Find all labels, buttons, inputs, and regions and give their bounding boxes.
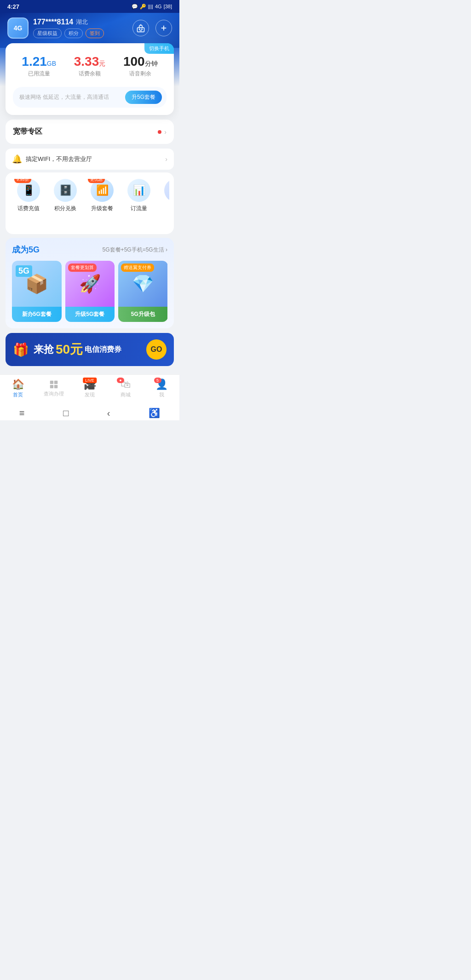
nav-item-query[interactable]: 查询办理 bbox=[36, 379, 72, 397]
tag-points[interactable]: 积分 bbox=[64, 29, 83, 38]
more-value-badge: 套餐更划算 bbox=[68, 264, 97, 272]
notif-left: 🔔 搞定WIFI，不用去营业厅 bbox=[12, 154, 92, 164]
data-order-icon: 📊 bbox=[133, 184, 145, 196]
menu-button[interactable]: ≡ bbox=[19, 408, 25, 418]
svg-rect-0 bbox=[138, 28, 144, 32]
data-value: 1.21GB bbox=[22, 54, 56, 69]
tag-signin[interactable]: 签到 bbox=[86, 29, 104, 38]
data-usage: 1.21GB 已用流量 bbox=[22, 54, 56, 78]
service-label-upgrade: 升级套餐 bbox=[91, 205, 113, 212]
robot-button[interactable] bbox=[132, 20, 149, 36]
signal-icon: |||| bbox=[148, 4, 153, 9]
data-icon-bg: 📊 bbox=[127, 179, 150, 202]
cards-5g-row: 📦 5G 新办5G套餐 套餐更划算 🚀 升级5G套餐 赠送翼支付券 💎 5G升级… bbox=[12, 261, 167, 322]
spacer bbox=[0, 371, 179, 374]
section-5g: 成为5G 5G套餐+5G手机=5G生活 › 📦 5G 新办5G套餐 套餐更划算 … bbox=[6, 238, 174, 328]
bottom-nav: 🏠 首页 查询办理 🎥 LIVE 发现 🛍 ● 商城 👤 5 我 bbox=[0, 374, 179, 404]
wechat-icon: 💬 bbox=[132, 4, 138, 10]
section-5g-subtitle[interactable]: 5G套餐+5G手机=5G生活 › bbox=[103, 246, 167, 254]
nav-item-me[interactable]: 👤 5 我 bbox=[144, 378, 179, 398]
user-phone: 177****8114 bbox=[33, 18, 73, 26]
battery-icon: [38] bbox=[164, 4, 172, 9]
service-item-points[interactable]: 🗄️ 积分兑换 bbox=[47, 179, 84, 228]
coupon-go-button[interactable]: GO bbox=[146, 339, 167, 360]
hero-header: 4G 177****8114 湖北 星级权益 积分 签到 bbox=[0, 13, 179, 48]
accessibility-button[interactable]: ♿ bbox=[149, 407, 160, 418]
nav-item-shop[interactable]: 🛍 ● 商城 bbox=[108, 378, 144, 398]
card-5g-pack[interactable]: 赠送翼支付券 💎 5G升级包 bbox=[118, 261, 167, 322]
nav-label-shop: 商城 bbox=[121, 391, 131, 398]
upgrade-5g-bar: 极速网络 低延迟，大流量，高清通话 升5G套餐 bbox=[13, 87, 167, 108]
broadband-section[interactable]: 宽带专区 › bbox=[6, 120, 174, 144]
card-5g-new-image: 📦 5G bbox=[12, 261, 62, 307]
nav-item-discover[interactable]: 🎥 LIVE 发现 bbox=[72, 378, 108, 398]
service-item-more[interactable] bbox=[157, 179, 169, 228]
upgrade-5g-text: 极速网络 低延迟，大流量，高清通话 bbox=[19, 93, 109, 101]
user-info: 177****8114 湖北 星级权益 积分 签到 bbox=[33, 18, 104, 38]
points-icon: 🗄️ bbox=[59, 184, 72, 196]
card-5g-upgrade-image: 套餐更划算 🚀 bbox=[65, 261, 115, 307]
chevron-right-icon: › bbox=[165, 155, 167, 163]
svg-rect-9 bbox=[50, 381, 53, 384]
service-label-points: 积分兑换 bbox=[54, 205, 76, 212]
notification-bar[interactable]: 🔔 搞定WIFI，不用去营业厅 › bbox=[6, 149, 174, 170]
usage-row: 1.21GB 已用流量 3.33元 话费余额 100分钟 语音剩余 bbox=[13, 51, 167, 85]
broadband-title: 宽带专区 bbox=[13, 127, 42, 137]
voice-label: 语音剩余 bbox=[123, 70, 158, 78]
home-button[interactable]: □ bbox=[63, 408, 69, 418]
voice-usage: 100分钟 语音剩余 bbox=[123, 54, 158, 78]
query-icon bbox=[49, 379, 59, 390]
notif-text: 搞定WIFI，不用去营业厅 bbox=[26, 155, 92, 163]
card-5g-upgrade[interactable]: 套餐更划算 🚀 升级5G套餐 bbox=[65, 261, 115, 322]
upgrade-5g-button[interactable]: 升5G套餐 bbox=[125, 91, 162, 104]
chevron-right-5g: › bbox=[166, 246, 167, 253]
system-nav: ≡ □ ‹ ♿ bbox=[0, 404, 179, 420]
dot-indicator bbox=[158, 130, 161, 134]
coupon-content: 🎁 来抢 50元 电信消费券 bbox=[13, 341, 121, 358]
status-bar: 4:27 💬 🔑 |||| 4G [38] bbox=[0, 0, 179, 13]
coupon-text: 来抢 50元 电信消费券 bbox=[34, 341, 121, 358]
gift-badge: 赠送翼支付券 bbox=[121, 264, 154, 272]
home-icon: 🏠 bbox=[12, 378, 24, 390]
service-item-data[interactable]: 📊 订流量 bbox=[121, 179, 157, 228]
coupon-decoration-icon: 🎁 bbox=[13, 342, 29, 357]
phone-icon: 📱 bbox=[23, 184, 35, 196]
shop-badge: ● bbox=[117, 378, 124, 383]
avatar: 4G bbox=[7, 17, 29, 39]
service-item-recharge[interactable]: 📱 9.95折 话费充值 bbox=[10, 179, 47, 228]
service-item-upgrade[interactable]: 📶 更优惠 升级套餐 bbox=[84, 179, 121, 228]
switch-phone-button[interactable]: 切换手机 bbox=[144, 43, 174, 54]
nav-label-me: 我 bbox=[159, 391, 164, 398]
coupon-banner[interactable]: 🎁 来抢 50元 电信消费券 GO bbox=[6, 333, 174, 366]
nav-label-query: 查询办理 bbox=[44, 390, 64, 397]
more-discount-badge: 更优惠 bbox=[88, 179, 105, 183]
broadband-right: › bbox=[158, 128, 167, 136]
user-section: 4G 177****8114 湖北 星级权益 积分 签到 bbox=[7, 17, 104, 39]
network-type: 4G bbox=[155, 4, 162, 9]
status-time: 4:27 bbox=[7, 3, 19, 10]
add-button[interactable] bbox=[155, 20, 172, 36]
upgrade-icon: 📶 bbox=[96, 184, 109, 196]
voice-value: 100分钟 bbox=[123, 54, 158, 69]
card-5g-pack-label: 5G升级包 bbox=[118, 307, 167, 322]
upgrade-icon-bg: 📶 更优惠 bbox=[91, 179, 114, 202]
svg-rect-11 bbox=[50, 385, 53, 388]
hero-actions bbox=[132, 20, 172, 36]
back-button[interactable]: ‹ bbox=[107, 408, 110, 418]
service-label-recharge: 话费充值 bbox=[17, 205, 40, 212]
section-5g-header: 成为5G 5G套餐+5G手机=5G生活 › bbox=[12, 244, 167, 255]
usage-card: 切换手机 1.21GB 已用流量 3.33元 话费余额 100分钟 语音剩余 极… bbox=[6, 43, 174, 115]
status-icons: 💬 🔑 |||| 4G [38] bbox=[132, 4, 172, 10]
nav-label-discover: 发现 bbox=[85, 391, 95, 398]
points-icon-bg: 🗄️ bbox=[54, 179, 77, 202]
balance-usage: 3.33元 话费余额 bbox=[74, 54, 106, 78]
discount-badge: 9.95折 bbox=[14, 179, 31, 183]
nav-item-home[interactable]: 🏠 首页 bbox=[0, 378, 36, 398]
svg-rect-12 bbox=[54, 385, 57, 388]
card-5g-new[interactable]: 📦 5G 新办5G套餐 bbox=[12, 261, 62, 322]
tag-star-benefit[interactable]: 星级权益 bbox=[33, 29, 62, 38]
svg-point-1 bbox=[139, 29, 140, 30]
service-grid-wrapper: 📱 9.95折 话费充值 🗄️ 积分兑换 📶 更优惠 升级套餐 📊 订流量 bbox=[6, 172, 174, 234]
balance-label: 话费余额 bbox=[74, 70, 106, 78]
user-tags: 星级权益 积分 签到 bbox=[33, 29, 104, 38]
